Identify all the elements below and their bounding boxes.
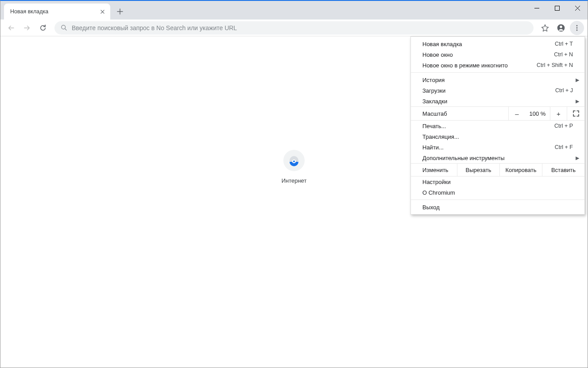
- menu-history[interactable]: История ▶: [411, 74, 584, 85]
- menu-bookmarks[interactable]: Закладки ▶: [411, 96, 584, 106]
- zoom-in-button[interactable]: +: [550, 107, 567, 120]
- forward-button[interactable]: [20, 21, 34, 35]
- app-menu-button[interactable]: [570, 21, 584, 35]
- address-bar[interactable]: [54, 21, 534, 35]
- new-tab-button[interactable]: [114, 5, 126, 18]
- menu-more-tools[interactable]: Дополнительные инструменты ▶: [411, 153, 584, 163]
- menu-item-label: Дополнительные инструменты: [422, 155, 505, 161]
- page-content: Интернет Новая вкладка Ctrl + T Новое ок…: [0, 36, 588, 368]
- menu-item-label: Выход: [422, 204, 440, 211]
- window-maximize-button[interactable]: [547, 1, 567, 15]
- menu-item-label: Настройки: [422, 179, 451, 185]
- kebab-icon: [573, 24, 580, 31]
- chevron-right-icon: ▶: [576, 77, 579, 83]
- menu-item-label: О Chromium: [422, 189, 455, 196]
- menu-item-shortcut: Ctrl + N: [554, 51, 573, 58]
- browser-tab[interactable]: Новая вкладка: [4, 4, 110, 20]
- zoom-controls: – 100 % +: [508, 107, 584, 120]
- edit-cut-label: Вырезать: [466, 167, 491, 173]
- menu-cast[interactable]: Трансляция...: [411, 131, 584, 142]
- app-menu: Новая вкладка Ctrl + T Новое окно Ctrl +…: [410, 36, 585, 215]
- arrow-left-icon: [7, 24, 15, 32]
- reload-icon: [39, 24, 47, 32]
- menu-item-label: Найти...: [422, 144, 444, 151]
- menu-item-shortcut: Ctrl + J: [555, 87, 573, 94]
- menu-item-shortcut: Ctrl + Shift + N: [537, 62, 573, 68]
- zoom-out-button[interactable]: –: [508, 107, 525, 120]
- chevron-right-icon: ▶: [576, 98, 579, 104]
- menu-new-window[interactable]: Новое окно Ctrl + N: [411, 49, 584, 60]
- search-icon: [61, 24, 67, 31]
- window-controls: [526, 1, 588, 15]
- menu-zoom-row: Масштаб – 100 % +: [411, 106, 584, 121]
- menu-print[interactable]: Печать... Ctrl + P: [411, 121, 584, 131]
- menu-incognito[interactable]: Новое окно в режиме инкогнито Ctrl + Shi…: [411, 60, 584, 70]
- menu-item-shortcut: Ctrl + T: [555, 41, 573, 47]
- menu-item-shortcut: Ctrl + P: [554, 123, 573, 129]
- shortcut-label: Интернет: [269, 177, 319, 184]
- tab-close-button[interactable]: [99, 8, 106, 15]
- window-close-button[interactable]: [567, 1, 588, 15]
- menu-edit-row: Изменить Вырезать Копировать Вставить: [411, 163, 584, 176]
- shortcuts-area: Интернет: [269, 150, 319, 184]
- edit-cut-button[interactable]: Вырезать: [457, 164, 499, 176]
- menu-separator: [411, 200, 584, 200]
- svg-point-3: [560, 25, 562, 27]
- menu-item-label: Новое окно: [422, 51, 453, 58]
- reload-button[interactable]: [36, 21, 50, 35]
- menu-item-shortcut: Ctrl + F: [555, 144, 573, 150]
- menu-exit[interactable]: Выход: [411, 202, 584, 212]
- menu-separator: [411, 72, 584, 73]
- star-icon: [541, 24, 549, 32]
- svg-point-6: [576, 29, 578, 31]
- tab-title: Новая вкладка: [10, 8, 48, 15]
- chevron-right-icon: ▶: [576, 155, 579, 161]
- edit-label: Изменить: [411, 167, 457, 173]
- globe-icon: [288, 155, 300, 166]
- plus-icon: [117, 8, 123, 15]
- menu-item-label: Трансляция...: [422, 133, 459, 140]
- edit-copy-button[interactable]: Копировать: [499, 164, 542, 176]
- zoom-value: 100 %: [525, 110, 550, 117]
- browser-toolbar: [0, 20, 588, 36]
- edit-paste-label: Вставить: [551, 167, 576, 173]
- svg-point-5: [576, 27, 578, 28]
- menu-item-label: Загрузки: [422, 87, 445, 94]
- menu-item-label: Новая вкладка: [422, 41, 462, 47]
- menu-settings[interactable]: Настройки: [411, 176, 584, 187]
- svg-point-4: [576, 25, 578, 26]
- profile-button[interactable]: [554, 21, 568, 35]
- menu-new-tab[interactable]: Новая вкладка Ctrl + T: [411, 39, 584, 49]
- shortcut-favicon: [283, 150, 305, 171]
- maximize-icon: [555, 6, 560, 11]
- menu-find[interactable]: Найти... Ctrl + F: [411, 142, 584, 153]
- back-button[interactable]: [4, 21, 18, 35]
- minimize-icon: [534, 6, 539, 11]
- menu-item-label: Закладки: [422, 98, 447, 105]
- close-icon: [101, 10, 104, 14]
- menu-item-label: История: [422, 77, 445, 83]
- edit-copy-label: Копировать: [506, 167, 537, 173]
- bookmark-button[interactable]: [538, 21, 552, 35]
- shortcut-tile[interactable]: Интернет: [269, 150, 319, 184]
- menu-item-label: Печать...: [422, 123, 446, 129]
- edit-paste-button[interactable]: Вставить: [542, 164, 584, 176]
- menu-about[interactable]: О Chromium: [411, 187, 584, 198]
- fullscreen-button[interactable]: [567, 107, 584, 120]
- fullscreen-icon: [573, 110, 579, 117]
- svg-rect-0: [555, 6, 559, 10]
- title-bar: Новая вкладка: [0, 1, 588, 20]
- svg-point-9: [293, 161, 295, 162]
- zoom-label: Масштаб: [411, 110, 508, 117]
- user-icon: [557, 23, 565, 32]
- close-icon: [575, 6, 580, 11]
- menu-downloads[interactable]: Загрузки Ctrl + J: [411, 85, 584, 96]
- arrow-right-icon: [23, 24, 31, 32]
- window-minimize-button[interactable]: [526, 1, 547, 15]
- address-input[interactable]: [72, 24, 527, 31]
- menu-item-label: Новое окно в режиме инкогнито: [422, 62, 508, 69]
